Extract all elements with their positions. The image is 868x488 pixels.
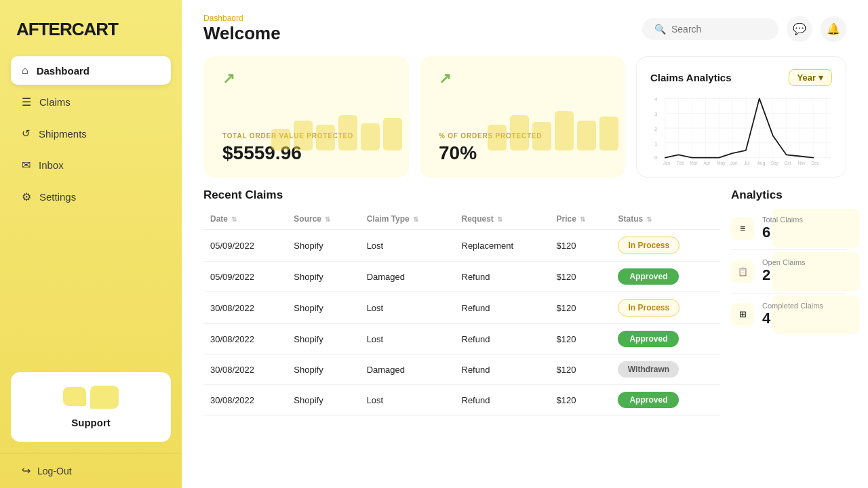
svg-text:Dec: Dec: [811, 161, 819, 165]
cell-request: Refund: [455, 385, 550, 415]
cell-claim-type: Lost: [360, 230, 455, 262]
cell-source: Shopify: [287, 292, 359, 324]
logout-button[interactable]: ↪ Log-Out: [0, 453, 182, 488]
cell-request: Replacement: [455, 230, 550, 262]
divider: [731, 293, 846, 293]
stat-up-arrow: ↗: [222, 70, 235, 87]
col-date[interactable]: Date ⇅: [203, 209, 287, 230]
cell-date: 30/08/2022: [203, 354, 287, 385]
analytic-value: 6: [762, 224, 803, 241]
support-label[interactable]: Support: [71, 417, 111, 428]
stats-row: ↗ TOTAL ORDER VALUE PROTECTED $5559.96: [203, 56, 846, 178]
analytic-name: Total Claims: [762, 216, 803, 224]
total-claims-icon: ≡: [731, 217, 754, 240]
cell-status: Approved: [611, 262, 720, 292]
table-row[interactable]: 05/09/2022 Shopify Damaged Refund $120 A…: [203, 262, 720, 292]
table-row[interactable]: 30/08/2022 Shopify Lost Refund $120 Appr…: [203, 324, 720, 354]
analytic-name: Open Claims: [762, 258, 806, 266]
svg-text:Apr: Apr: [703, 161, 711, 166]
open-claims-icon: 📋: [731, 260, 754, 283]
svg-text:0: 0: [654, 155, 658, 161]
cell-source: Shopify: [287, 354, 359, 385]
svg-text:Oct: Oct: [785, 161, 791, 165]
cell-status: Approved: [611, 385, 720, 415]
sidebar-item-claims[interactable]: ☰ Claims: [11, 87, 171, 117]
col-status[interactable]: Status ⇅: [611, 209, 720, 230]
cell-date: 30/08/2022: [203, 324, 287, 354]
col-request[interactable]: Request ⇅: [455, 209, 550, 230]
analytics-title: Claims Analytics: [650, 72, 732, 83]
cell-request: Refund: [455, 354, 550, 385]
cell-date: 30/08/2022: [203, 292, 287, 324]
cell-claim-type: Lost: [360, 385, 455, 415]
shipments-icon: ↺: [22, 127, 31, 140]
cell-claim-type: Lost: [360, 292, 455, 324]
stat-card-orders-protected: ↗ % OF ORDERS PROTECTED 70%: [420, 56, 625, 178]
support-card: Support: [11, 372, 171, 442]
bell-icon: 🔔: [827, 22, 840, 35]
analytic-item-open: 📋 Open Claims 2: [731, 251, 846, 291]
sidebar-item-label: Shipments: [39, 128, 87, 140]
col-claim-type[interactable]: Claim Type ⇅: [360, 209, 455, 230]
recent-claims-title: Recent Claims: [203, 188, 720, 202]
col-price[interactable]: Price ⇅: [550, 209, 612, 230]
search-box[interactable]: 🔍: [642, 18, 778, 40]
notifications-button[interactable]: 🔔: [821, 16, 846, 42]
main-content: Dashbaord Welcome 🔍 💬 🔔: [182, 0, 868, 488]
claims-table-body: 05/09/2022 Shopify Lost Replacement $120…: [203, 230, 720, 415]
sidebar-item-shipments[interactable]: ↺ Shipments: [11, 119, 171, 148]
dashboard-icon: ⌂: [22, 64, 28, 77]
line-chart-area: 4 3 2 1 0: [650, 92, 832, 169]
col-source[interactable]: Source ⇅: [287, 209, 359, 230]
header-title-area: Dashbaord Welcome: [203, 14, 281, 44]
cell-source: Shopify: [287, 262, 359, 292]
sort-icon: ⇅: [325, 216, 330, 223]
stat-label2: % OF ORDERS PROTECTED: [439, 132, 606, 140]
messages-icon: 💬: [793, 22, 806, 35]
analytic-value: 2: [762, 266, 806, 284]
chevron-down-icon: ▾: [818, 73, 823, 83]
sidebar-item-inbox[interactable]: ✉ Inbox: [11, 150, 171, 180]
sidebar-item-label: Inbox: [39, 159, 64, 171]
sort-icon: ⇅: [580, 216, 585, 223]
cell-date: 05/09/2022: [203, 230, 287, 262]
analytic-text-open: Open Claims 2: [762, 258, 806, 284]
cell-request: Refund: [455, 262, 550, 292]
table-row[interactable]: 05/09/2022 Shopify Lost Replacement $120…: [203, 230, 720, 262]
cell-status: In Process: [611, 230, 720, 262]
cell-date: 30/08/2022: [203, 385, 287, 415]
svg-text:Nov: Nov: [797, 161, 806, 165]
sidebar-item-settings[interactable]: ⚙ Settings: [11, 182, 171, 211]
table-row[interactable]: 30/08/2022 Shopify Lost Refund $120 Appr…: [203, 385, 720, 415]
table-row[interactable]: 30/08/2022 Shopify Damaged Refund $120 W…: [203, 354, 720, 385]
stat-value: $5559.96: [222, 142, 390, 164]
completed-claims-icon: ⊞: [731, 303, 754, 326]
table-row[interactable]: 30/08/2022 Shopify Lost Refund $120 In P…: [203, 292, 720, 324]
table-header-row: Date ⇅ Source ⇅ Claim Type ⇅ Request ⇅ P…: [203, 209, 720, 230]
sort-icon: ⇅: [413, 216, 418, 223]
messages-button[interactable]: 💬: [787, 16, 812, 42]
search-input[interactable]: [671, 24, 766, 35]
sidebar-item-label: Settings: [39, 191, 76, 203]
cell-status: Approved: [611, 324, 720, 354]
analytic-item-total: ≡ Total Claims 6: [731, 209, 846, 248]
cell-price: $120: [550, 262, 612, 292]
svg-text:3: 3: [654, 111, 658, 117]
year-label: Year: [797, 73, 816, 83]
status-badge: Withdrawn: [618, 361, 679, 378]
cell-request: Refund: [455, 292, 550, 324]
sidebar-item-label: Claims: [39, 96, 71, 108]
cell-claim-type: Damaged: [360, 262, 455, 292]
cell-source: Shopify: [287, 324, 359, 354]
claims-icon: ☰: [22, 96, 31, 108]
analytics-header: Claims Analytics Year ▾: [650, 69, 832, 86]
year-filter-button[interactable]: Year ▾: [789, 69, 832, 86]
page-supertitle: Dashbaord: [203, 14, 281, 23]
line-chart: 4 3 2 1 0: [650, 92, 832, 166]
analytic-text-completed: Completed Claims 4: [762, 302, 823, 327]
svg-text:Aug: Aug: [757, 161, 766, 166]
cell-price: $120: [550, 324, 612, 354]
sidebar-item-dashboard[interactable]: ⌂ Dashboard: [11, 56, 171, 85]
sort-icon: ⇅: [497, 216, 502, 223]
stat-label: TOTAL ORDER VALUE PROTECTED: [222, 132, 390, 140]
